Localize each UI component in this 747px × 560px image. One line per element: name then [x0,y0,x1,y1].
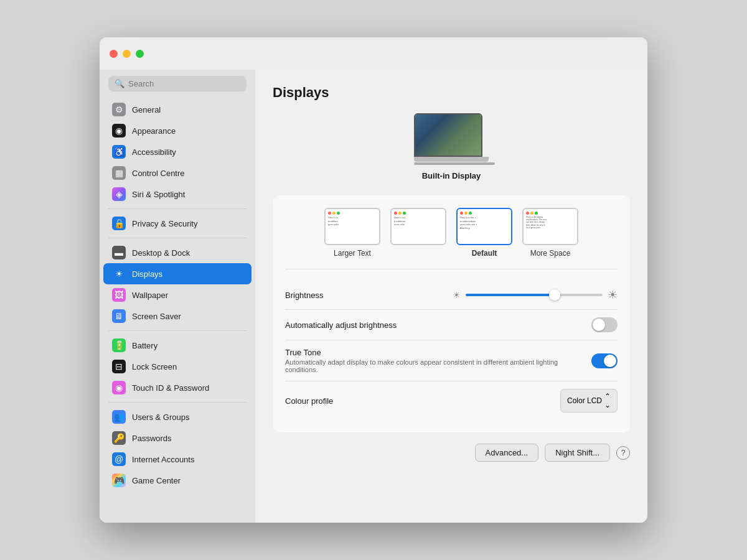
sidebar-items: ⚙General◉Appearance♿Accessibility▦Contro… [100,99,255,491]
accessibility-icon: ♿ [112,145,126,159]
siri-spotlight-icon: ◈ [112,187,126,201]
sidebar-item-displays[interactable]: ☀Displays [103,263,251,284]
res-thumb-text-more: Here's to the displaytroublemakers. The … [526,216,547,229]
laptop-icon [414,113,489,166]
sidebar-item-label-siri-spotlight: Siri & Spotlight [132,190,185,199]
display-name-label: Built-in Display [422,171,481,180]
sidebar-item-appearance[interactable]: ◉Appearance [103,120,251,141]
brightness-label: Brightness [285,291,451,300]
sidebar-item-battery[interactable]: 🔋Battery [103,335,251,356]
minimize-button[interactable] [123,50,131,58]
game-center-icon: 🎮 [112,474,126,487]
resolution-thumbnail-larger: Here's totroublemgoes who [324,208,380,245]
sidebar-item-label-appearance: Appearance [132,126,176,136]
internet-accounts-icon: @ [112,452,126,466]
screen-saver-icon: 🖥 [112,309,126,323]
sidebar: 🔍 ⚙General◉Appearance♿Accessibility▦Cont… [100,70,255,523]
sidebar-item-users-groups[interactable]: 👥Users & Groups [103,406,251,427]
privacy-security-icon: 🔒 [112,217,126,230]
bottom-buttons: Advanced... Night Shift... ? [273,444,630,462]
sidebar-item-lock-screen[interactable]: ⊟Lock Screen [103,356,251,377]
sidebar-item-internet-accounts[interactable]: @Internet Accounts [103,449,251,470]
sidebar-item-label-desktop-dock: Desktop & Dock [132,248,190,258]
colour-profile-row: Colour profile Color LCD ⌃⌄ [285,381,618,420]
sidebar-item-label-wallpaper: Wallpaper [132,291,168,300]
brightness-low-icon: ☀ [453,290,461,300]
wallpaper-icon: 🖼 [112,288,126,302]
sidebar-item-label-battery: Battery [132,341,157,350]
sidebar-divider [108,238,247,238]
users-groups-icon: 👥 [112,410,126,424]
sidebar-item-label-game-center: Game Center [132,476,181,485]
resolution-thumbnail-2: Here's to ttroublemaones who [390,208,446,245]
colour-profile-chevron: ⌃⌄ [604,392,611,409]
night-shift-button[interactable]: Night Shift... [545,444,610,462]
search-input[interactable] [128,79,240,88]
brightness-high-icon: ☀ [608,288,618,302]
sidebar-item-siri-spotlight[interactable]: ◈Siri & Spotlight [103,184,251,205]
sidebar-divider [108,402,247,403]
sidebar-item-screen-saver[interactable]: 🖥Screen Saver [103,306,251,327]
true-tone-toggle-thumb [604,355,616,367]
auto-brightness-row: Automatically adjust brightness [285,310,618,340]
auto-brightness-toggle[interactable] [591,317,618,332]
auto-brightness-toggle-thumb [593,319,605,331]
sidebar-item-general[interactable]: ⚙General [103,99,251,120]
colour-profile-label: Colour profile [285,396,560,406]
battery-icon: 🔋 [112,338,126,352]
res-thumb-text-default: Here's to the ctroublemakersones who see… [460,216,477,230]
search-bar[interactable]: 🔍 [108,76,247,91]
resolution-option-default[interactable]: Here's to the ctroublemakersones who see… [456,208,512,258]
traffic-lights [110,50,144,58]
sidebar-item-label-general: General [132,105,161,114]
sidebar-item-label-privacy-security: Privacy & Security [132,219,197,228]
resolution-label-default: Default [472,249,497,258]
sidebar-item-label-screen-saver: Screen Saver [132,312,181,321]
res-thumb-text-larger: Here's totroublemgoes who [328,216,340,226]
laptop-screen-inner [415,114,481,156]
laptop-screen [414,113,482,157]
sidebar-item-passwords[interactable]: 🔑Passwords [103,427,251,449]
sidebar-item-accessibility[interactable]: ♿Accessibility [103,141,251,162]
general-icon: ⚙ [112,103,126,116]
true-tone-toggle[interactable] [591,353,618,368]
sidebar-item-label-internet-accounts: Internet Accounts [132,455,194,464]
brightness-slider[interactable] [466,294,603,296]
sidebar-item-label-displays: Displays [132,269,162,279]
resolution-option-larger[interactable]: Here's totroublemgoes who Larger Text [324,208,380,258]
sidebar-item-privacy-security[interactable]: 🔒Privacy & Security [103,213,251,234]
help-button[interactable]: ? [616,446,630,460]
search-icon: 🔍 [115,79,125,88]
settings-panel: Here's totroublemgoes who Larger Text [273,195,630,432]
true-tone-label: True Tone [285,348,591,357]
sidebar-item-desktop-dock[interactable]: ▬Desktop & Dock [103,242,251,263]
resolution-option-more[interactable]: Here's to the displaytroublemakers. The … [522,208,578,258]
sidebar-divider [108,208,247,209]
system-preferences-window: 🔍 ⚙General◉Appearance♿Accessibility▦Cont… [100,37,647,523]
resolution-label-more: More Space [530,249,571,258]
sidebar-item-label-accessibility: Accessibility [132,147,176,157]
appearance-icon: ◉ [112,124,126,138]
sidebar-item-control-centre[interactable]: ▦Control Centre [103,162,251,184]
sidebar-item-label-passwords: Passwords [132,434,172,443]
brightness-thumb[interactable] [549,289,560,301]
brightness-slider-wrap: ☀ ☀ [451,288,618,302]
passwords-icon: 🔑 [112,431,126,445]
colour-profile-select[interactable]: Color LCD ⌃⌄ [560,389,618,413]
true-tone-description: Automatically adapt display to make colo… [285,358,591,373]
resolution-option-2[interactable]: Here's to ttroublemaones who [390,208,446,258]
close-button[interactable] [110,50,118,58]
displays-icon: ☀ [112,267,126,281]
sidebar-item-touch-id[interactable]: ◉Touch ID & Password [103,377,251,398]
true-tone-label-group: True Tone Automatically adapt display to… [285,348,591,373]
colour-profile-value: Color LCD [567,396,602,405]
advanced-button[interactable]: Advanced... [475,444,539,462]
sidebar-divider [108,330,247,331]
lock-screen-icon: ⊟ [112,360,126,373]
sidebar-item-wallpaper[interactable]: 🖼Wallpaper [103,284,251,306]
maximize-button[interactable] [136,50,144,58]
window-body: 🔍 ⚙General◉Appearance♿Accessibility▦Cont… [100,70,647,523]
brightness-row: Brightness ☀ ☀ [285,281,618,310]
sidebar-item-game-center[interactable]: 🎮Game Center [103,470,251,491]
resolution-section: Here's totroublemgoes who Larger Text [285,208,618,269]
